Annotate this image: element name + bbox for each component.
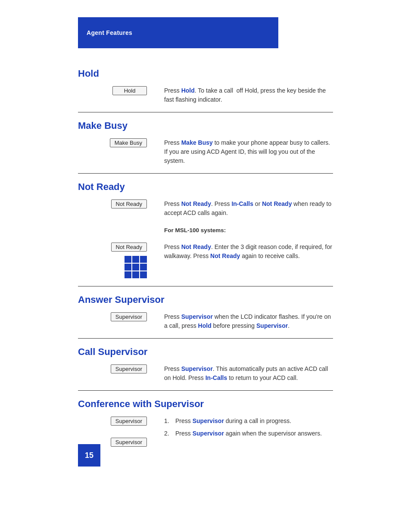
step-text-1: Press Supervisor during a call in progre… [175, 417, 291, 426]
answer-sup-bold2: Supervisor [256, 322, 288, 329]
key-make-busy[interactable]: Make Busy [110, 138, 147, 147]
section-right-conference-supervisor: 1. Press Supervisor during a call in pro… [164, 417, 333, 449]
section-right-make-busy: Press Make Busy to make your phone appea… [164, 138, 333, 165]
step-num-1: 1. [164, 417, 172, 426]
keypad-cell-1 [125, 256, 131, 263]
key-conf-supervisor-1[interactable]: Supervisor [111, 417, 147, 426]
section-title-not-ready: Not Ready [78, 181, 333, 193]
not-ready-bold1: Not Ready [181, 200, 211, 207]
keypad-cell-6 [140, 264, 147, 271]
key-answer-supervisor[interactable]: Supervisor [111, 312, 147, 321]
msl-label: For MSL-100 systems: [164, 226, 333, 235]
section-title-call-supervisor: Call Supervisor [78, 346, 333, 358]
section-right-not-ready: Press Not Ready. Press In-Calls or Not R… [164, 199, 333, 218]
call-sup-bold1: Supervisor [181, 365, 213, 372]
section-right-answer-supervisor: Press Supervisor when the LCD indicator … [164, 312, 333, 330]
section-content-not-ready: Not Ready Press Not Ready. Press In-Call… [78, 199, 333, 218]
keypad-cell-5 [132, 264, 139, 271]
key-not-ready[interactable]: Not Ready [111, 199, 147, 208]
msl-not-ready-bold2: Not Ready [210, 252, 240, 259]
page-container: Agent Features Hold Hold Press Hold. To … [0, 0, 411, 479]
keypad-icon [125, 256, 147, 278]
make-busy-bold1: Make Busy [181, 139, 213, 146]
section-left-not-ready: Not Ready [78, 199, 151, 218]
conf-sup-bold1: Supervisor [193, 417, 224, 424]
keypad-cell-2 [132, 256, 139, 263]
section-right-hold: Press Hold. To take a call off Hold, pre… [164, 86, 333, 104]
section-conference-supervisor: Conference with Supervisor Supervisor Su… [0, 391, 411, 449]
section-content-msl: Not Ready Press Not Ready. Enter the 3 d… [78, 243, 333, 278]
not-ready-in-calls: In-Calls [231, 200, 253, 207]
section-left-answer-supervisor: Supervisor [78, 312, 151, 330]
header-banner-title: Agent Features [87, 29, 132, 36]
section-left-make-busy: Make Busy [78, 138, 151, 165]
keypad-cell-7 [125, 271, 131, 278]
keypad-cell-4 [125, 264, 131, 271]
section-content-conference-supervisor: Supervisor Supervisor 1. Press Superviso… [78, 417, 333, 449]
header-banner: Agent Features [78, 17, 278, 48]
step-text-2: Press Supervisor again when the supervis… [175, 429, 322, 438]
section-title-hold: Hold [78, 68, 333, 79]
section-right-msl-desc: Press Not Ready. Enter the 3 digit reaso… [164, 243, 333, 278]
answer-sup-bold1: Supervisor [181, 313, 213, 320]
section-title-conference-supervisor: Conference with Supervisor [78, 398, 333, 410]
section-left-hold: Hold [78, 86, 151, 104]
conference-step-2: 2. Press Supervisor again when the super… [164, 429, 333, 438]
section-content-hold: Hold Press Hold. To take a call off Hold… [78, 86, 333, 104]
conference-steps-list: 1. Press Supervisor during a call in pro… [164, 417, 333, 438]
keypad-cell-3 [140, 256, 147, 263]
section-answer-supervisor: Answer Supervisor Supervisor Press Super… [0, 286, 411, 330]
page-number: 15 [85, 451, 93, 460]
key-conf-supervisor-2[interactable]: Supervisor [111, 438, 147, 447]
page-number-badge: 15 [78, 444, 100, 467]
section-title-make-busy: Make Busy [78, 120, 333, 131]
keypad-cell-8 [132, 271, 139, 278]
key-not-ready-msl[interactable]: Not Ready [111, 243, 147, 252]
section-left-msl-keys: Not Ready [78, 243, 151, 278]
conf-sup-bold2: Supervisor [193, 430, 224, 437]
not-ready-bold2: Not Ready [262, 200, 292, 207]
answer-sup-hold: Hold [198, 322, 212, 329]
section-content-call-supervisor: Supervisor Press Supervisor. This automa… [78, 364, 333, 383]
section-left-msl [78, 222, 151, 238]
section-call-supervisor: Call Supervisor Supervisor Press Supervi… [0, 339, 411, 383]
section-right-msl-label: For MSL-100 systems: [164, 222, 333, 238]
section-make-busy: Make Busy Make Busy Press Make Busy to m… [0, 112, 411, 165]
section-content-answer-supervisor: Supervisor Press Supervisor when the LCD… [78, 312, 333, 330]
section-content-make-busy: Make Busy Press Make Busy to make your p… [78, 138, 333, 165]
section-hold: Hold Hold Press Hold. To take a call off… [0, 60, 411, 104]
section-left-call-supervisor: Supervisor [78, 364, 151, 383]
hold-bold1: Hold [181, 87, 195, 94]
call-sup-in-calls: In-Calls [206, 374, 227, 381]
msl-not-ready-bold1: Not Ready [181, 243, 211, 250]
section-title-answer-supervisor: Answer Supervisor [78, 294, 333, 305]
section-right-call-supervisor: Press Supervisor. This automatically put… [164, 364, 333, 383]
key-hold[interactable]: Hold [112, 86, 147, 95]
key-call-supervisor[interactable]: Supervisor [111, 364, 147, 373]
section-msl-100: For MSL-100 systems: [78, 222, 333, 238]
conference-step-1: 1. Press Supervisor during a call in pro… [164, 417, 333, 426]
step-num-2: 2. [164, 429, 172, 438]
keypad-cell-9 [140, 271, 147, 278]
section-not-ready: Not Ready Not Ready Press Not Ready. Pre… [0, 174, 411, 278]
